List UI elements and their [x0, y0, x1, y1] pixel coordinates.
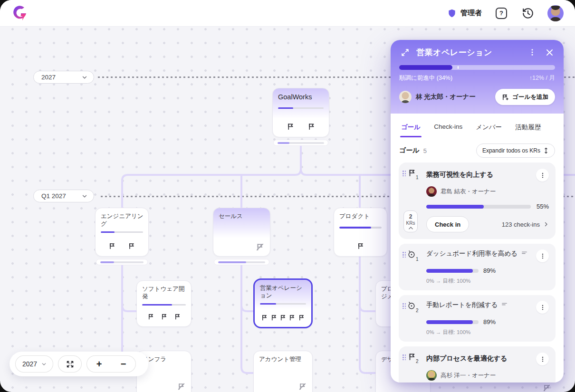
check-in-button[interactable]: Check in [426, 216, 469, 232]
goal-card[interactable]: 2 3 KRs 内部プロセスを最適化する 高杉 洋一・オーナー [399, 346, 556, 382]
close-panel-button[interactable] [544, 47, 555, 58]
history-icon [522, 7, 534, 19]
user-avatar[interactable] [547, 5, 564, 21]
year-label-pill[interactable]: 2027 [33, 71, 94, 84]
flag-icon [174, 313, 181, 320]
flag-icon [279, 314, 287, 321]
zoom-control: + − [86, 355, 136, 373]
node-goal-flags [278, 123, 324, 133]
kr-progress-label: 89% [483, 318, 496, 325]
node-title: GoalWorks [278, 93, 326, 102]
flag-icon [287, 123, 295, 131]
goal-detail-panel: 営業オペレーション 順調に前進中 (34%) ↑12% / 月 林 光太郎・オー… [391, 40, 564, 382]
panel-title: 営業オペレーション [416, 47, 521, 58]
goal-number: 1 [416, 175, 419, 180]
node-engineering[interactable]: エンジニアリング [95, 208, 149, 257]
goal-number: 2 [416, 359, 419, 364]
node-title: 営業オペレーション [260, 284, 304, 300]
node-product[interactable]: プロダクト [334, 208, 387, 257]
node-progress-bar [278, 107, 324, 109]
goal-owner-name: 高杉 洋一・オーナー [441, 372, 496, 380]
add-goal-button[interactable]: ゴールを追加 [495, 89, 555, 105]
expand-all-krs-button[interactable]: Expandir todos os KRs [476, 143, 555, 158]
kr-card[interactable]: 1 ダッシュボード利用率を高める 89% 0% → 目標: 100% [399, 244, 556, 290]
drag-handle[interactable] [402, 303, 406, 309]
kr-menu-button[interactable] [536, 301, 549, 314]
goal-menu-button[interactable] [536, 169, 549, 182]
node-title: ソフトウェア開発 [142, 285, 186, 301]
goal-progress-label: 55% [537, 203, 549, 210]
node-software-dev[interactable]: ソフトウェア開発 [136, 280, 192, 327]
node-summary-pill [273, 140, 328, 146]
node-goal-flags [101, 242, 143, 252]
kr-card[interactable]: 2 手動レポートを削減する 89% 0% → 目標: 100% [399, 295, 556, 342]
tab-activity[interactable]: 活動履歴 [514, 116, 542, 137]
node-summary-pill [96, 259, 148, 265]
close-icon [545, 48, 554, 57]
flag-icon [270, 314, 278, 321]
kr-count: 2 [409, 213, 412, 220]
panel-tabs: ゴール Check-ins メンバー 活動履歴 [391, 116, 564, 137]
node-title: エンジニアリング [101, 212, 144, 228]
fit-view-button[interactable] [58, 355, 82, 373]
panel-menu-button[interactable] [527, 47, 538, 58]
owner-avatar [399, 91, 412, 103]
tab-members[interactable]: メンバー [475, 116, 503, 137]
app-logo[interactable] [11, 4, 29, 22]
flag-icon [408, 353, 416, 361]
chevron-down-icon [81, 74, 88, 81]
flag-icon [298, 314, 305, 321]
drag-handle[interactable] [402, 251, 406, 258]
goal-count: 5 [423, 147, 476, 154]
node-sales[interactable]: セールス [213, 208, 270, 257]
expand-panel-button[interactable] [399, 47, 411, 58]
role-badge: 管理者 [447, 8, 482, 19]
goal-list-title: ゴール [399, 146, 420, 155]
kebab-menu-icon [539, 172, 546, 179]
kr-toggle-expanded[interactable]: 2 KRs [403, 210, 418, 232]
goal-title: 業務可視性を向上する [426, 169, 536, 179]
node-sales-ops[interactable]: 営業オペレーション [253, 278, 313, 328]
target-icon [407, 249, 416, 259]
canvas-controls: 2027 + − [10, 352, 148, 376]
flag-icon [261, 314, 268, 321]
help-icon: ? [496, 8, 507, 19]
flag-off-icon [298, 382, 307, 391]
kr-menu-button[interactable] [536, 249, 549, 262]
history-button[interactable] [521, 6, 535, 20]
node-title: アカウント管理 [259, 355, 303, 363]
kr-progress-label: 89% [483, 267, 496, 274]
help-button[interactable]: ? [494, 6, 508, 20]
target-icon [407, 301, 416, 310]
fullscreen-icon [66, 360, 75, 369]
node-goalworks[interactable]: GoalWorks [272, 88, 329, 137]
tab-goals[interactable]: ゴール [400, 116, 422, 137]
quarter-label-pill[interactable]: Q1 2027 [33, 190, 94, 202]
notes-icon [501, 302, 508, 307]
node-account-mgmt[interactable]: アカウント管理 [253, 351, 313, 392]
checkins-count: 123 check-ins [502, 221, 540, 228]
drag-handle[interactable] [402, 170, 406, 176]
quarter-label: Q1 2027 [41, 192, 66, 200]
node-goal-flags [339, 242, 382, 252]
flag-icon [288, 314, 296, 321]
checkins-link[interactable]: 123 check-ins [502, 221, 549, 228]
add-goal-label: ゴールを追加 [512, 93, 548, 101]
role-badge-label: 管理者 [460, 9, 482, 18]
zoom-in-button[interactable]: + [87, 359, 111, 369]
goal-card[interactable]: 1 2 KRs 業務可視性を向上する 君島 結衣・オーナー [399, 163, 556, 239]
goal-menu-button[interactable] [536, 353, 549, 365]
flag-icon [161, 313, 168, 320]
flag-icon [408, 169, 416, 177]
tab-checkins[interactable]: Check-ins [433, 116, 463, 137]
node-title: プロダクト [339, 212, 383, 220]
node-goal-flags [260, 314, 306, 323]
shield-icon [447, 8, 457, 19]
drag-handle[interactable] [402, 354, 406, 360]
node-progress-bar [260, 303, 306, 305]
canvas-year-select[interactable]: 2027 [15, 355, 53, 373]
flag-icon [128, 242, 135, 250]
panel-progress-bar [399, 65, 555, 70]
flag-icon [307, 123, 316, 131]
zoom-out-button[interactable]: − [111, 359, 135, 369]
